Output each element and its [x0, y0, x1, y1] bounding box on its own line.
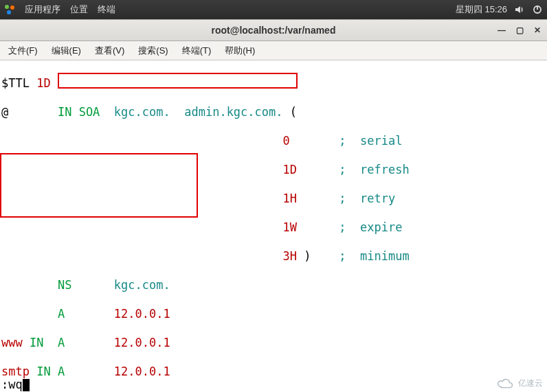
- vi-command-line[interactable]: :wq: [1, 378, 30, 392]
- svg-point-2: [7, 10, 11, 14]
- menu-terminal[interactable]: 终端(T): [177, 42, 217, 60]
- panel-applications[interactable]: 应用程序: [25, 3, 60, 16]
- panel-places[interactable]: 位置: [70, 3, 88, 16]
- zone-line-refresh: 1D ; refresh: [1, 163, 546, 177]
- menu-edit[interactable]: 编辑(E): [46, 42, 87, 60]
- terminal-area[interactable]: $TTL 1D @ IN SOA kgc.com. admin.kgc.com.…: [0, 60, 547, 392]
- cursor-icon: [23, 379, 30, 391]
- desktop-top-panel: 应用程序 位置 终端 星期四 15:26: [0, 0, 547, 19]
- menu-search[interactable]: 搜索(S): [133, 42, 173, 60]
- menu-help[interactable]: 帮助(H): [219, 42, 260, 60]
- distro-logo-icon: [4, 4, 15, 15]
- window-minimize-button[interactable]: —: [495, 24, 509, 36]
- zone-line-serial: 0 ; serial: [1, 134, 546, 148]
- volume-icon[interactable]: [514, 4, 525, 15]
- window-title: root@localhost:/var/named: [0, 25, 547, 36]
- zone-line-soa: @ IN SOA kgc.com. admin.kgc.com. (: [1, 105, 546, 119]
- svg-point-1: [10, 5, 14, 10]
- menu-view[interactable]: 查看(V): [89, 42, 130, 60]
- terminal-menu-bar: 文件(F) 编辑(E) 查看(V) 搜索(S) 终端(T) 帮助(H): [0, 41, 547, 60]
- panel-terminal[interactable]: 终端: [98, 3, 115, 16]
- zone-line-a-smtp: smtp IN A 12.0.0.1: [1, 365, 546, 379]
- zone-line-minimum: 3H ) ; minimum: [1, 249, 546, 264]
- window-maximize-button[interactable]: ▢: [513, 24, 526, 36]
- zone-line-expire: 1W ; expire: [1, 220, 546, 235]
- watermark: 亿速云: [496, 376, 543, 391]
- zone-line-ns: NS kgc.com.: [1, 278, 546, 292]
- window-titlebar: root@localhost:/var/named — ▢ ✕: [0, 20, 547, 41]
- zone-line-retry: 1H ; retry: [1, 192, 546, 206]
- cloud-icon: [496, 378, 515, 390]
- power-icon[interactable]: [532, 4, 543, 15]
- svg-point-0: [5, 5, 9, 9]
- menu-file[interactable]: 文件(F): [3, 42, 43, 60]
- panel-clock[interactable]: 星期四 15:26: [456, 3, 507, 16]
- window-close-button[interactable]: ✕: [531, 24, 544, 36]
- zone-line-a-root: A 12.0.0.1: [1, 307, 546, 321]
- zone-line-a-www: www IN A 12.0.0.1: [1, 336, 546, 350]
- zone-line-ttl: $TTL 1D: [1, 76, 546, 91]
